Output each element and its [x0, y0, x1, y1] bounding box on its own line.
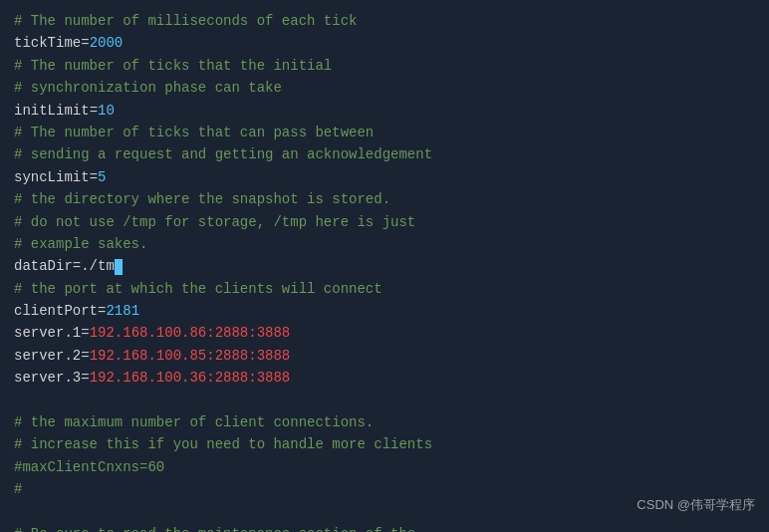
line-17	[14, 390, 755, 411]
line-6: # sending a request and getting an ackno…	[14, 143, 755, 165]
line-12: # the port at which the clients will con…	[14, 278, 755, 300]
line-4: initLimit=10	[14, 100, 755, 122]
watermark: CSDN @伟哥学程序	[637, 496, 755, 514]
line-23: # Be sure to read the maintenance sectio…	[14, 523, 755, 532]
line-18: # the maximum number of client connectio…	[14, 411, 755, 433]
line-11: dataDir=./tm	[14, 255, 755, 277]
line-14: server.1=192.168.100.86:2888:3888	[14, 322, 755, 344]
line-13: clientPort=2181	[14, 300, 755, 322]
line-15: server.2=192.168.100.85:2888:3888	[14, 345, 755, 367]
line-5: # The number of ticks that can pass betw…	[14, 122, 755, 143]
line-7: syncLimit=5	[14, 166, 755, 188]
line-19: # increase this if you need to handle mo…	[14, 433, 755, 455]
code-content: # The number of milliseconds of each tic…	[14, 10, 755, 532]
code-editor: # The number of milliseconds of each tic…	[0, 0, 769, 532]
line-9: # do not use /tmp for storage, /tmp here…	[14, 211, 755, 233]
line-8: # the directory where the snapshot is st…	[14, 188, 755, 210]
line-20: #maxClientCnxns=60	[14, 456, 755, 478]
text-cursor	[115, 259, 123, 275]
line-16: server.3=192.168.100.36:2888:3888	[14, 367, 755, 389]
line-3: # synchronization phase can take	[14, 77, 755, 99]
line-2: # The number of ticks that the initial	[14, 55, 755, 77]
line-0: # The number of milliseconds of each tic…	[14, 10, 755, 32]
line-1: tickTime=2000	[14, 32, 755, 54]
line-10: # example sakes.	[14, 233, 755, 255]
